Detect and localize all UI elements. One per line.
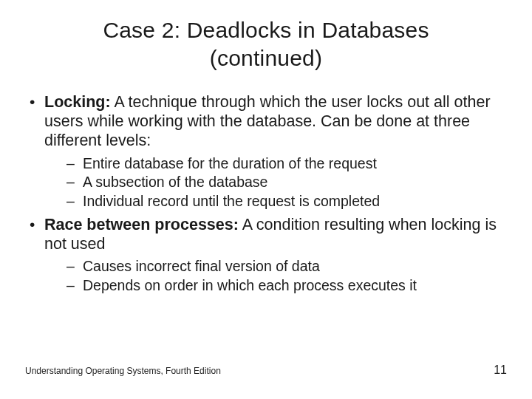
bullet-race: Race between processes: A condition resu… (25, 215, 507, 295)
title-line-2: (continued) (210, 46, 322, 70)
slide-body: Locking: A technique through which the u… (25, 92, 507, 295)
footer-text: Understanding Operating Systems, Fourth … (25, 366, 221, 376)
bullet-race-term: Race between processes: (44, 216, 239, 233)
slide-title: Case 2: Deadlocks in Databases (continue… (25, 16, 507, 72)
sub-locking-3: Individual record until the request is c… (44, 193, 507, 211)
sub-race-2: Depends on order in which each process e… (44, 277, 507, 295)
sub-race-1: Causes incorrect final version of data (44, 258, 507, 276)
title-line-1: Case 2: Deadlocks in Databases (103, 18, 429, 42)
bullet-locking-text: A technique through which the user locks… (44, 93, 491, 149)
bullet-locking: Locking: A technique through which the u… (25, 92, 507, 211)
sub-locking-2: A subsection of the database (44, 174, 507, 191)
sub-locking-1: Entire database for the duration of the … (44, 155, 507, 173)
slide-footer: Understanding Operating Systems, Fourth … (25, 364, 507, 377)
bullet-locking-term: Locking: (44, 93, 111, 111)
slide: Case 2: Deadlocks in Databases (continue… (0, 0, 532, 399)
page-number: 11 (494, 364, 507, 377)
